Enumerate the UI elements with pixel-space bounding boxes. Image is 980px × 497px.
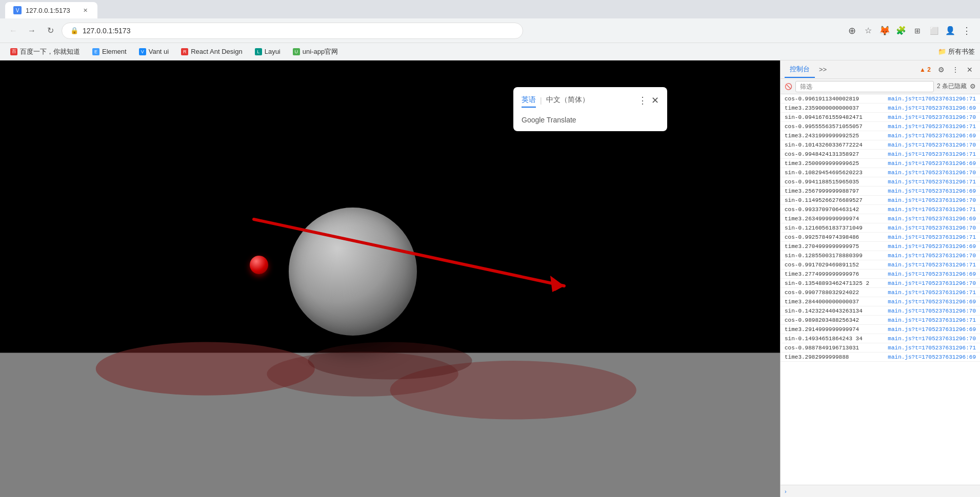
translate-tab-chinese[interactable]: 中文（简体） (546, 93, 589, 108)
log-link[interactable]: main.js?t=1705237631296:70 (888, 308, 976, 314)
log-value: cos-0.9941188515965035 (785, 179, 884, 185)
screenshare-icon[interactable]: ⊞ (910, 24, 925, 38)
log-row: sin-0.10829454695620223main.js?t=1705237… (781, 168, 980, 177)
log-link[interactable]: main.js?t=1705237631296:69 (888, 105, 976, 111)
fox-icon[interactable]: 🦊 (877, 24, 892, 38)
log-row: sin-0.10143260336772224main.js?t=1705237… (781, 140, 980, 150)
filter-hidden-badge: 2 条已隐藏 (937, 82, 967, 91)
log-link[interactable]: main.js?t=1705237631296:70 (888, 225, 976, 231)
log-value: sin-0.09416761559482471 (785, 114, 884, 120)
translate-icon[interactable]: ⊕ (845, 24, 859, 38)
log-link[interactable]: main.js?t=1705237631296:71 (888, 317, 976, 323)
log-link[interactable]: main.js?t=1705237631296:70 (888, 197, 976, 203)
svg-point-4 (308, 342, 472, 380)
back-button[interactable]: ← (6, 24, 21, 38)
devtools-toolbar-icons: ▲ 2 ⚙ ⋮ ✕ (919, 64, 976, 76)
log-link[interactable]: main.js?t=1705237631296:70 (888, 280, 976, 286)
bookmark-favicon: 百 (10, 48, 17, 55)
log-value: time3.2431999999992525 (785, 133, 884, 139)
log-link[interactable]: main.js?t=1705237631296:70 (888, 170, 976, 176)
log-row: cos-0.9898203488256342main.js?t=17052376… (781, 316, 980, 325)
sidebar-icon[interactable]: ⬜ (927, 24, 941, 38)
tab-title: 127.0.0.1:5173 (26, 7, 77, 14)
forward-button[interactable]: → (25, 24, 39, 38)
log-link[interactable]: main.js?t=1705237631296:71 (888, 262, 976, 268)
log-value: cos-0.9961911340002819 (785, 96, 884, 102)
log-row: cos-0.9917029469891152main.js?t=17052376… (781, 260, 980, 270)
filter-hidden-count: 2 条已隐藏 (937, 82, 967, 91)
tab-close-button[interactable]: ✕ (81, 6, 89, 14)
log-link[interactable]: main.js?t=1705237631296:71 (888, 345, 976, 351)
log-value: sin-0.12160561837371049 (785, 225, 884, 231)
log-link[interactable]: main.js?t=1705237631296:70 (888, 114, 976, 120)
translate-options-icon[interactable]: ⋮ (638, 95, 647, 106)
log-link[interactable]: main.js?t=1705237631296:71 (888, 151, 976, 157)
log-link[interactable]: main.js?t=1705237631296:69 (888, 188, 976, 194)
bookmark-label: React Ant Design (191, 48, 242, 55)
log-link[interactable]: main.js?t=1705237631296:71 (888, 123, 976, 130)
reload-icon: ↻ (47, 26, 54, 35)
reload-button[interactable]: ↻ (43, 24, 57, 38)
log-link[interactable]: main.js?t=1705237631296:71 (888, 206, 976, 213)
devtools-menu-icon[interactable]: ⋮ (949, 64, 962, 76)
translate-close-icon[interactable]: ✕ (651, 95, 659, 106)
bookmark-favicon: V (139, 48, 146, 55)
devtools-panel: 控制台 >> ▲ 2 ⚙ ⋮ ✕ 🚫 2 条已隐藏 ⚙ co (780, 60, 980, 497)
log-link[interactable]: main.js?t=1705237631296:71 (888, 289, 976, 296)
log-value: cos-0.9887849196713031 (785, 345, 884, 351)
log-row: sin-0.12160561837371049main.js?t=1705237… (781, 223, 980, 233)
log-link[interactable]: main.js?t=1705237631296:70 (888, 336, 976, 342)
console-filter-input[interactable] (795, 81, 934, 92)
log-value: time3.2634999999999974 (785, 216, 884, 222)
log-value: cos-0.9933709706463142 (785, 206, 884, 213)
address-input[interactable]: 🔒 127.0.0.1:5173 (62, 23, 523, 39)
bookmark-react-ant[interactable]: R React Ant Design (176, 45, 247, 58)
bookmark-uniapp[interactable]: U uni-app官网 (288, 45, 343, 58)
canvas-area: 英语 | 中文（简体） ⋮ ✕ Google Translate (0, 60, 780, 497)
log-value: cos-0.9907788032924022 (785, 289, 884, 296)
log-link[interactable]: main.js?t=1705237631296:69 (888, 216, 976, 222)
log-row: time3.2359000000000037main.js?t=17052376… (781, 103, 980, 113)
devtools-tab-more[interactable]: >> (816, 61, 830, 78)
log-link[interactable]: main.js?t=1705237631296:69 (888, 133, 976, 139)
translate-header: 英语 | 中文（简体） ⋮ ✕ (513, 87, 667, 112)
bookmark-layui[interactable]: L Layui (250, 45, 286, 58)
log-value: time3.2704999999999975 (785, 243, 884, 250)
profile-icon[interactable]: 👤 (943, 24, 957, 38)
devtools-tab-console[interactable]: 控制台 (785, 61, 815, 78)
devtools-settings-icon[interactable]: ⚙ (935, 64, 947, 76)
log-link[interactable]: main.js?t=1705237631296:70 (888, 253, 976, 259)
extensions-icon[interactable]: 🧩 (894, 24, 908, 38)
log-link[interactable]: main.js?t=1705237631296:71 (888, 234, 976, 240)
tab-favicon: V (13, 6, 22, 14)
log-link[interactable]: main.js?t=1705237631296:71 (888, 96, 976, 102)
log-row: time3.2431999999992525main.js?t=17052376… (781, 131, 980, 140)
log-link[interactable]: main.js?t=1705237631296:69 (888, 271, 976, 277)
browser-tab[interactable]: V 127.0.0.1:5173 ✕ (5, 2, 97, 18)
filter-gear-icon[interactable]: ⚙ (970, 82, 976, 90)
log-row: time3.2634999999999974main.js?t=17052376… (781, 214, 980, 223)
bookmark-element[interactable]: E Element (87, 45, 132, 58)
bookmark-label: Element (102, 48, 127, 55)
log-link[interactable]: main.js?t=1705237631296:71 (888, 179, 976, 185)
bookmark-label: 百度一下，你就知道 (20, 47, 80, 56)
bookmarks-right: 📁 所有书签 (938, 47, 975, 56)
log-link[interactable]: main.js?t=1705237631296:69 (888, 299, 976, 305)
log-value: sin-0.10143260336772224 (785, 142, 884, 148)
log-link[interactable]: main.js?t=1705237631296:70 (888, 142, 976, 148)
log-link[interactable]: main.js?t=1705237631296:69 (888, 243, 976, 250)
log-link[interactable]: main.js?t=1705237631296:69 (888, 160, 976, 167)
bookmark-label: uni-app官网 (303, 47, 338, 56)
bookmark-star-icon[interactable]: ☆ (861, 24, 875, 38)
bookmark-favicon: U (293, 48, 300, 55)
menu-icon[interactable]: ⋮ (959, 24, 974, 38)
log-link[interactable]: main.js?t=1705237631296:69 (888, 326, 976, 333)
bookmark-vant[interactable]: V Vant ui (134, 45, 174, 58)
devtools-close-icon[interactable]: ✕ (964, 64, 976, 76)
folder-icon: 📁 (938, 48, 946, 55)
log-link[interactable]: main.js?t=1705237631296:69 (888, 354, 976, 360)
log-row: sin-0.13548893462471325 2main.js?t=17052… (781, 279, 980, 288)
forward-icon: → (28, 26, 36, 35)
translate-tab-english[interactable]: 英语 (522, 93, 536, 108)
bookmark-baidu[interactable]: 百 百度一下，你就知道 (5, 45, 85, 58)
